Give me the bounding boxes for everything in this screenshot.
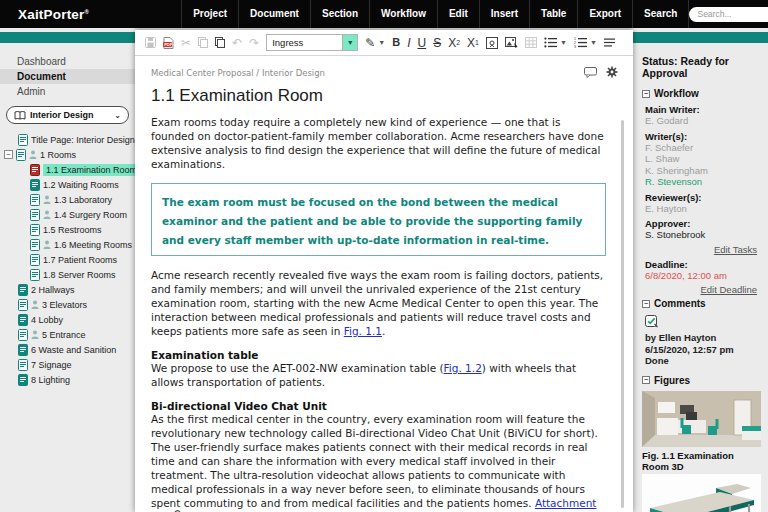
menu-search[interactable]: Search xyxy=(632,0,689,28)
tree-item-1-4-surgery-room[interactable]: 1.4 Surgery Room xyxy=(0,207,135,222)
underline-button[interactable]: U xyxy=(417,37,426,49)
tree-item-1-rooms[interactable]: −1 Rooms xyxy=(0,147,135,162)
deadline-label: Deadline: xyxy=(645,259,759,270)
document-scrollbar[interactable] xyxy=(621,120,624,508)
numbered-list-caret-icon[interactable]: ▼ xyxy=(590,39,597,46)
menu-project[interactable]: Project xyxy=(181,0,238,28)
paste-icon[interactable] xyxy=(215,37,225,48)
tree-item-1-2-waiting-rooms[interactable]: 1.2 Waiting Rooms xyxy=(0,177,135,192)
text-color-caret-icon[interactable]: ▼ xyxy=(378,39,385,46)
comments-section-header: − Comments xyxy=(642,298,759,309)
tree-item-8-lighting[interactable]: 8 Lighting xyxy=(0,372,135,387)
cut-icon[interactable]: ✂ xyxy=(181,37,191,49)
tree-item-label: 2 Hallways xyxy=(31,285,75,295)
comment-icon[interactable] xyxy=(584,67,597,80)
fig-1-1-link[interactable]: Fig. 1.1 xyxy=(344,325,382,337)
italic-button[interactable]: I xyxy=(407,37,410,49)
menu-insert[interactable]: Insert xyxy=(479,0,529,28)
menu-edit[interactable]: Edit xyxy=(437,0,479,28)
comment-done-checkbox-icon[interactable] xyxy=(645,314,658,331)
bullet-list-caret-icon[interactable]: ▼ xyxy=(560,39,567,46)
tree-item-1-7-patient-rooms[interactable]: 1.7 Patient Rooms xyxy=(0,252,135,267)
bullet-list-button[interactable] xyxy=(544,37,557,48)
paragraph-style-select[interactable]: Ingress ▼ xyxy=(266,34,358,51)
deadline-value: 6/8/2020, 12:00 am xyxy=(645,270,759,282)
bold-button[interactable]: B xyxy=(392,37,400,48)
app-logo: XaitPorter® xyxy=(18,7,89,22)
copy-icon[interactable] xyxy=(198,37,208,48)
comments-panel: by Ellen Hayton 6/15/2020, 12:57 pm Done xyxy=(642,314,759,367)
subscript-button[interactable]: X2 xyxy=(448,37,460,49)
document-icon xyxy=(30,194,40,206)
superscript-button[interactable]: X1 xyxy=(467,37,479,49)
menu-section[interactable]: Section xyxy=(310,0,369,28)
tree-item-3-elevators[interactable]: 3 Elevators xyxy=(0,297,135,312)
align-button[interactable] xyxy=(604,38,615,47)
figure-1-2-thumbnail[interactable] xyxy=(642,474,761,512)
document-icon xyxy=(30,224,40,236)
tree-item-1-5-restrooms[interactable]: 1.5 Restrooms xyxy=(0,222,135,237)
tree-item-5-entrance[interactable]: 5 Entrance xyxy=(0,327,135,342)
sidebar-nav-admin[interactable]: Admin xyxy=(0,84,135,99)
insert-image-icon[interactable] xyxy=(505,37,518,49)
edit-deadline-link[interactable]: Edit Deadline xyxy=(645,284,757,295)
tree-item-1-8-server-rooms[interactable]: 1.8 Server Rooms xyxy=(0,267,135,282)
document-selector[interactable]: Interior Design ⌄ xyxy=(6,106,129,124)
tree-item-title-page-interior-design[interactable]: Title Page: Interior Design xyxy=(0,132,135,147)
collapse-icon[interactable]: − xyxy=(4,150,13,159)
tree-item-1-1-examination-room[interactable]: 1.1 Examination Room xyxy=(0,162,135,177)
numbered-list-button[interactable]: 123 xyxy=(574,37,587,48)
document-icon xyxy=(16,149,26,161)
tree-item-4-lobby[interactable]: 4 Lobby xyxy=(0,312,135,327)
tree-item-6-waste-and-sanition[interactable]: 6 Waste and Sanition xyxy=(0,342,135,357)
left-sidebar: DashboardDocumentAdmin Interior Design ⌄… xyxy=(0,28,135,512)
person-icon xyxy=(43,210,51,219)
document-selector-value: Interior Design xyxy=(30,110,94,120)
fig-1-2-link[interactable]: Fig. 1.2 xyxy=(444,362,482,374)
paragraph-style-value: Ingress xyxy=(272,37,303,48)
save-icon[interactable] xyxy=(145,37,156,48)
collapse-figures-icon[interactable]: − xyxy=(642,376,650,384)
sidebar-nav-dashboard[interactable]: Dashboard xyxy=(0,54,135,69)
figure-1-1-thumbnail[interactable] xyxy=(642,391,761,447)
search-input[interactable] xyxy=(689,7,768,22)
special-character-icon[interactable] xyxy=(486,37,498,49)
collapse-comments-icon[interactable]: − xyxy=(642,300,650,308)
document-icon xyxy=(30,239,40,251)
document-icon xyxy=(18,359,28,371)
paragraph-intro: Exam rooms today require a completely ne… xyxy=(151,115,606,171)
menu-table[interactable]: Table xyxy=(529,0,577,28)
undo-icon[interactable]: ↶ xyxy=(232,37,242,49)
tree-item-label: 1.3 Laboratory xyxy=(54,195,112,205)
figures-section-header: − Figures xyxy=(642,375,759,386)
tree-item-label: 3 Elevators xyxy=(42,300,87,310)
person-icon xyxy=(43,195,51,204)
section-tree: Title Page: Interior Design−1 Rooms1.1 E… xyxy=(0,132,135,387)
text-color-icon[interactable]: ✎ xyxy=(365,37,375,49)
sidebar-nav-document[interactable]: Document xyxy=(0,69,135,84)
strikethrough-button[interactable]: S xyxy=(433,37,441,49)
document-icon xyxy=(30,179,40,191)
writer-name: L. Shaw xyxy=(645,153,759,165)
insert-table-icon[interactable] xyxy=(525,37,537,48)
export-pdf-icon[interactable]: PDF xyxy=(163,37,174,49)
tree-item-2-hallways[interactable]: 2 Hallways xyxy=(0,282,135,297)
edit-tasks-link[interactable]: Edit Tasks xyxy=(645,244,757,255)
tree-item-label: Title Page: Interior Design xyxy=(31,135,135,145)
tree-item-7-signage[interactable]: 7 Signage xyxy=(0,357,135,372)
redo-icon[interactable]: ↷ xyxy=(249,37,259,49)
tree-item-1-3-laboratory[interactable]: 1.3 Laboratory xyxy=(0,192,135,207)
tree-item-label: 8 Lighting xyxy=(31,375,70,385)
menu-workflow[interactable]: Workflow xyxy=(369,0,437,28)
tree-item-label: 5 Entrance xyxy=(42,330,86,340)
writers-label: Writer(s): xyxy=(645,131,759,142)
gear-icon[interactable] xyxy=(606,66,618,80)
reviewer-name: E. Hayton xyxy=(645,203,759,215)
tree-item-1-6-meeting-rooms[interactable]: 1.6 Meeting Rooms xyxy=(0,237,135,252)
menu-export[interactable]: Export xyxy=(577,0,632,28)
page-title: 1.1 Examination Room xyxy=(151,86,606,106)
menu-document[interactable]: Document xyxy=(238,0,310,28)
collapse-workflow-icon[interactable]: − xyxy=(642,90,650,98)
approver-name: S. Stonebrook xyxy=(645,229,759,241)
document-panel: PDF ✂ ↶ ↷ Ingress ▼ ✎▼ B I U S X2 X1 xyxy=(135,30,633,512)
